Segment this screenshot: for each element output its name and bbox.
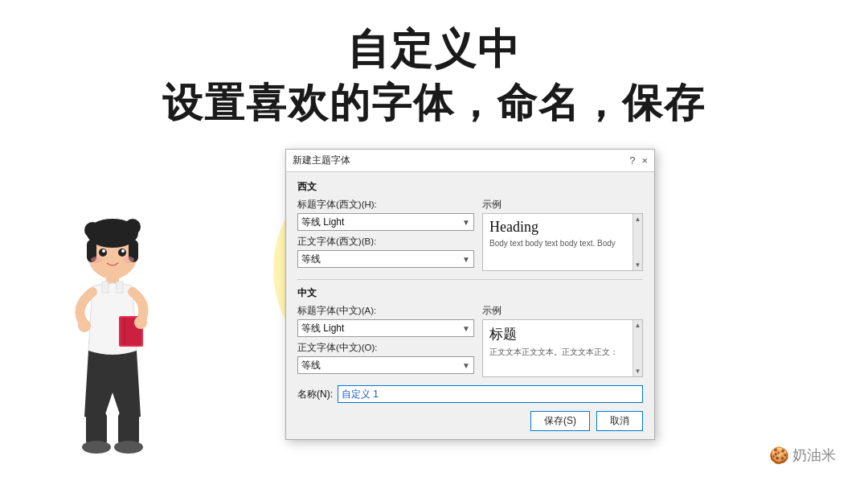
section-divider — [297, 279, 643, 280]
zh-scrollbar-up-arrow[interactable]: ▲ — [633, 320, 643, 331]
dialog-new-theme-font: 新建主题字体 ? × 西文 标题字体(西文)(H): 等线 Light ▼ 正文… — [285, 149, 655, 440]
preview-western-scrollbar[interactable]: ▲ ▼ — [633, 214, 642, 270]
svg-rect-14 — [117, 281, 123, 293]
dialog-titlebar: 新建主题字体 ? × — [286, 150, 654, 172]
button-row: 保存(S) 取消 — [297, 409, 643, 431]
dialog-title: 新建主题字体 — [293, 154, 350, 167]
chinese-section-cols: 标题字体(中文)(A): 等线 Light ▼ 正文字体(中文)(O): 等线 … — [297, 305, 643, 379]
preview-zh-heading-text: 标题 — [489, 325, 636, 343]
preview-zh-body-text: 正文文本正文文本。正文文本正文： — [489, 346, 636, 358]
preview-western-box: Heading Body text body text body text. B… — [482, 213, 643, 271]
chinese-right-col: 示例 标题 正文文本正文文本。正文文本正文： ▲ ▼ — [482, 305, 643, 379]
heading-western-select[interactable]: 等线 Light ▼ — [297, 213, 474, 231]
dialog-close-button[interactable]: × — [641, 154, 648, 166]
preview-western-label: 示例 — [482, 199, 643, 211]
heading-western-value: 等线 Light — [301, 216, 459, 229]
scrollbar-down-arrow[interactable]: ▼ — [633, 260, 643, 270]
svg-point-19 — [134, 316, 147, 329]
heading-chinese-value: 等线 Light — [301, 322, 459, 335]
svg-point-23 — [114, 441, 143, 454]
name-input[interactable] — [338, 385, 643, 403]
cancel-button[interactable]: 取消 — [596, 411, 643, 431]
body-western-label: 正文字体(西文)(B): — [297, 236, 474, 248]
character-illustration — [48, 191, 177, 465]
svg-point-10 — [91, 257, 102, 263]
body-chinese-arrow: ▼ — [462, 361, 470, 370]
title-area: 自定义中 设置喜欢的字体，命名，保存 — [0, 0, 868, 129]
dialog-help-button[interactable]: ? — [629, 154, 635, 166]
western-right-col: 示例 Heading Body text body text body text… — [482, 199, 643, 273]
section-western-title: 西文 — [297, 180, 643, 194]
name-row: 名称(N): — [297, 385, 643, 403]
svg-point-18 — [78, 319, 91, 332]
svg-rect-20 — [86, 413, 107, 445]
name-label: 名称(N): — [297, 388, 333, 401]
svg-rect-13 — [102, 281, 108, 293]
western-left-col: 标题字体(西文)(H): 等线 Light ▼ 正文字体(西文)(B): 等线 … — [297, 199, 474, 273]
western-section-cols: 标题字体(西文)(H): 等线 Light ▼ 正文字体(西文)(B): 等线 … — [297, 199, 643, 273]
svg-point-11 — [123, 257, 134, 263]
heading-chinese-arrow: ▼ — [462, 324, 470, 333]
dialog-body: 西文 标题字体(西文)(H): 等线 Light ▼ 正文字体(西文)(B): … — [286, 172, 654, 439]
heading-chinese-label: 标题字体(中文)(A): — [297, 305, 474, 317]
preview-chinese-box: 标题 正文文本正文文本。正文文本正文： ▲ ▼ — [482, 319, 643, 377]
preview-chinese-label: 示例 — [482, 305, 643, 317]
svg-point-22 — [82, 441, 111, 454]
body-western-value: 等线 — [301, 253, 459, 266]
svg-rect-21 — [118, 413, 139, 445]
svg-point-9 — [121, 249, 125, 253]
body-chinese-value: 等线 — [301, 359, 459, 372]
preview-heading-text: Heading — [489, 219, 636, 236]
heading-chinese-select[interactable]: 等线 Light ▼ — [297, 319, 474, 337]
preview-body-text: Body text body text body text. Body — [489, 238, 636, 249]
preview-chinese-scrollbar[interactable]: ▲ ▼ — [633, 320, 642, 376]
body-chinese-label: 正文字体(中文)(O): — [297, 342, 474, 354]
zh-scrollbar-down-arrow[interactable]: ▼ — [633, 366, 643, 376]
watermark-text: 奶油米 — [792, 446, 836, 465]
watermark: 🍪 奶油米 — [769, 446, 836, 465]
watermark-icon: 🍪 — [769, 446, 789, 465]
body-chinese-select[interactable]: 等线 ▼ — [297, 356, 474, 374]
body-western-select[interactable]: 等线 ▼ — [297, 250, 474, 268]
title-line1: 自定义中 — [0, 23, 868, 77]
title-line2: 设置喜欢的字体，命名，保存 — [0, 77, 868, 129]
heading-western-arrow: ▼ — [462, 218, 470, 227]
scrollbar-up-arrow[interactable]: ▲ — [633, 214, 643, 224]
svg-point-8 — [102, 249, 105, 253]
body-western-arrow: ▼ — [462, 255, 470, 264]
heading-western-label: 标题字体(西文)(H): — [297, 199, 474, 211]
save-button[interactable]: 保存(S) — [530, 411, 590, 431]
dialog-controls: ? × — [629, 154, 648, 166]
chinese-left-col: 标题字体(中文)(A): 等线 Light ▼ 正文字体(中文)(O): 等线 … — [297, 305, 474, 379]
section-chinese-title: 中文 — [297, 286, 643, 300]
